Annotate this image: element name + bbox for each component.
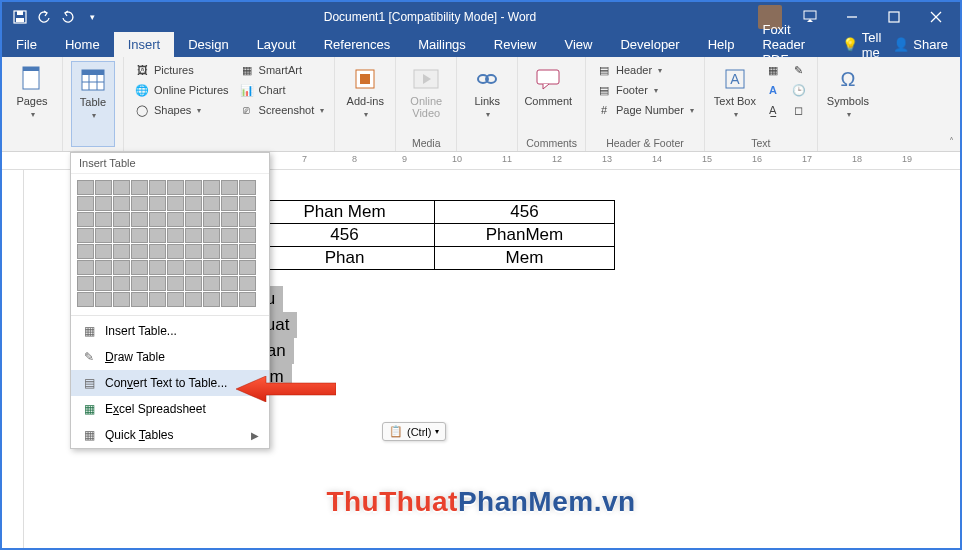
header-button[interactable]: ▤Header	[594, 61, 696, 79]
table-size-grid[interactable]	[71, 174, 269, 313]
grid-cell[interactable]	[113, 196, 130, 211]
close-button[interactable]	[916, 3, 956, 31]
grid-cell[interactable]	[221, 260, 238, 275]
wordart-button[interactable]: A	[763, 81, 783, 99]
grid-cell[interactable]	[113, 276, 130, 291]
grid-cell[interactable]	[113, 244, 130, 259]
tab-help[interactable]: Help	[694, 32, 749, 57]
grid-cell[interactable]	[185, 260, 202, 275]
grid-cell[interactable]	[131, 212, 148, 227]
grid-cell[interactable]	[239, 212, 256, 227]
grid-cell[interactable]	[185, 212, 202, 227]
grid-cell[interactable]	[77, 276, 94, 291]
grid-cell[interactable]	[95, 260, 112, 275]
grid-cell[interactable]	[221, 196, 238, 211]
grid-cell[interactable]	[113, 180, 130, 195]
grid-cell[interactable]	[77, 212, 94, 227]
footer-button[interactable]: ▤Footer	[594, 81, 696, 99]
shapes-button[interactable]: ◯Shapes	[132, 101, 231, 119]
online-video-button[interactable]: Online Video	[404, 61, 448, 135]
grid-cell[interactable]	[95, 196, 112, 211]
grid-cell[interactable]	[131, 228, 148, 243]
tab-view[interactable]: View	[550, 32, 606, 57]
tab-file[interactable]: File	[2, 32, 51, 57]
grid-cell[interactable]	[95, 244, 112, 259]
grid-cell[interactable]	[203, 292, 220, 307]
dropcap-button[interactable]: A̲	[763, 101, 783, 119]
grid-cell[interactable]	[203, 276, 220, 291]
grid-cell[interactable]	[131, 292, 148, 307]
tab-foxit[interactable]: Foxit Reader PDF	[748, 32, 841, 57]
maximize-button[interactable]	[874, 3, 914, 31]
pictures-button[interactable]: 🖼Pictures	[132, 61, 231, 79]
grid-cell[interactable]	[95, 180, 112, 195]
grid-cell[interactable]	[167, 260, 184, 275]
grid-cell[interactable]	[167, 228, 184, 243]
grid-cell[interactable]	[185, 244, 202, 259]
grid-cell[interactable]	[167, 276, 184, 291]
collapse-ribbon-button[interactable]: ˄	[949, 136, 954, 147]
grid-cell[interactable]	[167, 244, 184, 259]
object-button[interactable]: ◻	[789, 101, 809, 119]
grid-cell[interactable]	[239, 244, 256, 259]
undo-button[interactable]	[34, 7, 54, 27]
tab-layout[interactable]: Layout	[243, 32, 310, 57]
grid-cell[interactable]	[113, 212, 130, 227]
quick-tables-item[interactable]: ▦Quick Tables▶	[71, 422, 269, 448]
grid-cell[interactable]	[131, 276, 148, 291]
comment-button[interactable]: Comment	[526, 61, 570, 135]
grid-cell[interactable]	[221, 228, 238, 243]
grid-cell[interactable]	[203, 228, 220, 243]
grid-cell[interactable]	[113, 260, 130, 275]
links-button[interactable]: Links	[465, 61, 509, 147]
redo-button[interactable]	[58, 7, 78, 27]
grid-cell[interactable]	[95, 228, 112, 243]
tell-me-button[interactable]: 💡Tell me	[842, 30, 882, 60]
grid-cell[interactable]	[149, 292, 166, 307]
grid-cell[interactable]	[221, 244, 238, 259]
grid-cell[interactable]	[203, 196, 220, 211]
grid-cell[interactable]	[131, 196, 148, 211]
share-button[interactable]: 👤Share	[893, 37, 948, 52]
grid-cell[interactable]	[149, 276, 166, 291]
table-button[interactable]: Table	[71, 61, 115, 147]
grid-cell[interactable]	[185, 228, 202, 243]
save-button[interactable]	[10, 7, 30, 27]
grid-cell[interactable]	[185, 292, 202, 307]
grid-cell[interactable]	[131, 260, 148, 275]
grid-cell[interactable]	[149, 244, 166, 259]
grid-cell[interactable]	[221, 276, 238, 291]
signature-button[interactable]: ✎	[789, 61, 809, 79]
grid-cell[interactable]	[203, 180, 220, 195]
grid-cell[interactable]	[149, 260, 166, 275]
grid-cell[interactable]	[149, 212, 166, 227]
tab-insert[interactable]: Insert	[114, 32, 175, 57]
grid-cell[interactable]	[77, 292, 94, 307]
grid-cell[interactable]	[113, 292, 130, 307]
grid-cell[interactable]	[149, 180, 166, 195]
grid-cell[interactable]	[95, 276, 112, 291]
grid-cell[interactable]	[167, 292, 184, 307]
smartart-button[interactable]: ▦SmartArt	[237, 61, 327, 79]
grid-cell[interactable]	[113, 228, 130, 243]
tab-mailings[interactable]: Mailings	[404, 32, 480, 57]
grid-cell[interactable]	[239, 196, 256, 211]
grid-cell[interactable]	[77, 244, 94, 259]
grid-cell[interactable]	[239, 180, 256, 195]
qat-customize-button[interactable]: ▾	[82, 7, 102, 27]
tab-design[interactable]: Design	[174, 32, 242, 57]
grid-cell[interactable]	[77, 260, 94, 275]
grid-cell[interactable]	[185, 180, 202, 195]
grid-cell[interactable]	[203, 244, 220, 259]
grid-cell[interactable]	[95, 292, 112, 307]
grid-cell[interactable]	[77, 180, 94, 195]
grid-cell[interactable]	[203, 260, 220, 275]
grid-cell[interactable]	[221, 180, 238, 195]
grid-cell[interactable]	[131, 180, 148, 195]
pages-button[interactable]: Pages	[10, 61, 54, 147]
grid-cell[interactable]	[149, 196, 166, 211]
page-number-button[interactable]: #Page Number	[594, 101, 696, 119]
chart-button[interactable]: 📊Chart	[237, 81, 327, 99]
grid-cell[interactable]	[221, 292, 238, 307]
grid-cell[interactable]	[239, 292, 256, 307]
